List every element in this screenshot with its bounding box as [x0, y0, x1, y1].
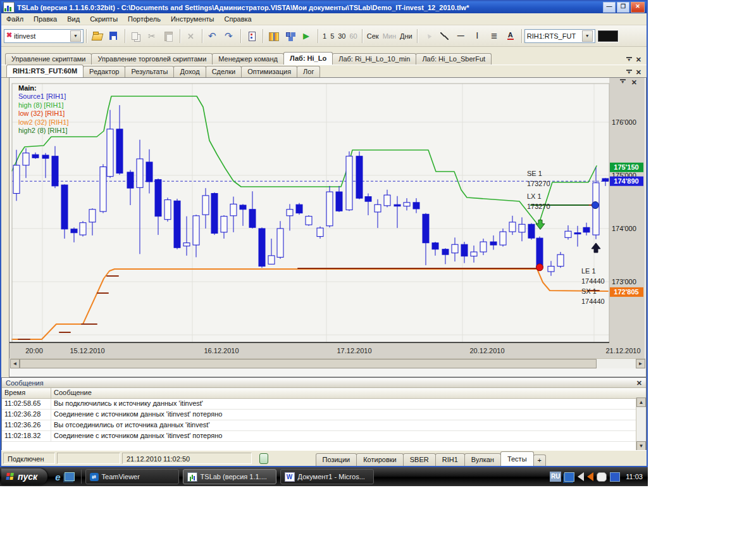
vline-button[interactable]	[469, 28, 486, 44]
taskbar-teamviewer-button[interactable]: ⇄TeamViewer	[85, 469, 179, 484]
tab-Лаб: Ri_Hi_Lo_10_min[interactable]: Лаб: Ri_Hi_Lo_10_min	[332, 53, 416, 65]
redo-button[interactable]	[221, 28, 238, 44]
interval-unit-Мин[interactable]: Мин	[381, 32, 398, 40]
message-row[interactable]: 11:02:36.28Соединение с источником данны…	[2, 410, 646, 420]
messages-close-icon[interactable]: ✕	[636, 380, 642, 386]
column-time[interactable]: Время	[2, 388, 51, 398]
status-indicator-icon	[259, 453, 268, 464]
menu-Файл[interactable]: Файл	[1, 14, 28, 24]
window-list-icon[interactable]: ▼	[626, 70, 632, 75]
menu-Справка[interactable]: Справка	[220, 14, 257, 24]
language-indicator[interactable]: RU	[550, 472, 561, 482]
message-row[interactable]: 11:02:36.26Вы отсоединились от источника…	[2, 420, 646, 431]
properties-button[interactable]	[244, 28, 260, 44]
message-row[interactable]: 11:02:18.32Соединение с источником данны…	[2, 431, 646, 442]
symbol-dropdown-icon[interactable]: ▼	[582, 30, 593, 42]
taskbar-word-button[interactable]: WДокумент1 - Micros...	[280, 469, 374, 484]
cursor-button[interactable]	[420, 28, 437, 44]
doc-tab-Редактор[interactable]: Редактор	[83, 66, 125, 77]
doc-tab-Лог[interactable]: Лог	[297, 66, 320, 77]
open-folder-button[interactable]	[89, 28, 106, 44]
window-list-icon[interactable]: ▼	[626, 57, 632, 62]
chart-horizontal-scrollbar[interactable]: ◄ ►	[10, 358, 645, 368]
symbol-combo[interactable]: RIH1:RTS_FUT ▼	[524, 29, 595, 43]
doc-tab-Сделки[interactable]: Сделки	[206, 66, 242, 77]
candle	[211, 194, 218, 234]
bottom-tab-Тесты[interactable]: Тесты	[500, 451, 534, 466]
tab-Управление скриптами[interactable]: Управление скриптами	[5, 53, 92, 65]
trade-label: 174440	[581, 277, 605, 285]
doc-tab-Оптимизация[interactable]: Оптимизация	[241, 66, 297, 77]
trendline-button[interactable]	[437, 28, 453, 44]
ie-icon[interactable]: e	[55, 472, 60, 482]
volume2-icon[interactable]	[587, 472, 593, 481]
price-chart[interactable]: SE 1173270LX 1173270LE 1174440SX 1174440…	[9, 78, 645, 358]
save-button[interactable]	[106, 28, 122, 44]
diagram-button[interactable]	[282, 28, 299, 44]
menu-Скрипты[interactable]: Скрипты	[85, 14, 123, 24]
show-desktop-icon[interactable]	[65, 472, 75, 481]
doc-tab-Результаты[interactable]: Результаты	[125, 66, 174, 77]
bottom-tab-Котировки[interactable]: Котировки	[356, 453, 404, 466]
close-tab-icon[interactable]: ✕	[636, 56, 641, 63]
paste-button[interactable]	[161, 28, 177, 44]
menu-Инструменты[interactable]: Инструменты	[166, 14, 220, 24]
column-message[interactable]: Сообщение	[51, 388, 646, 398]
chart-close-icon[interactable]: ✕	[631, 79, 637, 85]
network-icon[interactable]	[564, 472, 574, 482]
menu-Правка[interactable]: Правка	[28, 14, 62, 24]
connection-combo[interactable]: ✖ itinvest ▼	[4, 29, 84, 43]
volume-icon[interactable]	[578, 472, 584, 481]
taskbar: пуск e ⇄TeamViewerTSLab (версия 1.1....W…	[0, 467, 648, 486]
scroll-left-icon[interactable]: ◄	[10, 359, 20, 368]
doc-tab-RIH1:RTS_FUT:60M[interactable]: RIH1:RTS_FUT:60M	[6, 65, 84, 77]
mouse-icon[interactable]	[597, 472, 607, 482]
taskbar-tslab-button[interactable]: TSLab (версия 1.1....	[183, 469, 276, 484]
bottom-tab-Позиции[interactable]: Позиции	[316, 453, 357, 466]
interval-60[interactable]: 60	[348, 32, 359, 40]
tab-Лаб: Hi_Lo_SberFut[interactable]: Лаб: Hi_Lo_SberFut	[416, 53, 492, 65]
minimize-button[interactable]: —	[603, 2, 616, 13]
play-button[interactable]	[299, 28, 315, 44]
tab-Менеджер команд[interactable]: Менеджер команд	[212, 53, 284, 65]
delete-button[interactable]	[183, 28, 199, 44]
messages-vertical-scrollbar[interactable]: ▲ ▼	[636, 398, 646, 451]
bottom-tab-RIH1[interactable]: RIH1	[435, 453, 465, 466]
interval-1[interactable]: 1	[321, 32, 328, 40]
levels-button[interactable]	[486, 28, 502, 44]
interval-30[interactable]: 30	[336, 32, 347, 40]
interval-unit-Сек[interactable]: Сек	[365, 32, 381, 40]
undo-button[interactable]	[205, 28, 221, 44]
close-tab-icon[interactable]: ✕	[636, 69, 641, 75]
color-swatch[interactable]	[598, 30, 618, 42]
message-row[interactable]: 11:02:58.65Вы подключились к источнику д…	[2, 399, 646, 410]
start-button[interactable]: пуск	[1, 468, 47, 485]
tab-Управление торговлей скриптами[interactable]: Управление торговлей скриптами	[91, 53, 213, 65]
close-button[interactable]: ✕	[631, 2, 645, 13]
interval-unit-Дни[interactable]: Дни	[398, 32, 414, 40]
hline-button[interactable]	[453, 28, 469, 44]
cut-button[interactable]	[144, 28, 161, 44]
menu-Портфель[interactable]: Портфель	[123, 14, 166, 24]
scrollbar-thumb[interactable]	[20, 359, 597, 368]
add-tab-button[interactable]: +	[533, 455, 546, 466]
scroll-down-icon[interactable]: ▼	[636, 441, 646, 451]
candle	[100, 167, 106, 212]
menu-Вид[interactable]: Вид	[62, 14, 85, 24]
chart-bars-button[interactable]	[266, 28, 282, 44]
copy-button[interactable]	[128, 28, 144, 44]
text-tool-button[interactable]	[502, 28, 519, 44]
bottom-tab-Вулкан[interactable]: Вулкан	[464, 453, 501, 466]
window-list-icon[interactable]: ▼	[620, 79, 626, 85]
tab-Лаб: Hi_Lo[interactable]: Лаб: Hi_Lo	[283, 52, 333, 65]
title-bar[interactable]: TSLab (версия 1.1.16.0:32bit) - C:\Docum…	[1, 1, 647, 13]
bottom-tab-SBER[interactable]: SBER	[403, 453, 436, 466]
teamviewer-tray-icon[interactable]	[610, 472, 620, 482]
doc-tab-Доход[interactable]: Доход	[173, 66, 206, 77]
connection-dropdown-icon[interactable]: ▼	[70, 30, 81, 42]
scroll-right-icon[interactable]: ►	[636, 359, 645, 368]
tray-clock[interactable]: 11:03	[623, 473, 643, 480]
scroll-up-icon[interactable]: ▲	[636, 398, 646, 407]
restore-button[interactable]: ❐	[617, 2, 629, 13]
interval-5[interactable]: 5	[328, 32, 336, 40]
